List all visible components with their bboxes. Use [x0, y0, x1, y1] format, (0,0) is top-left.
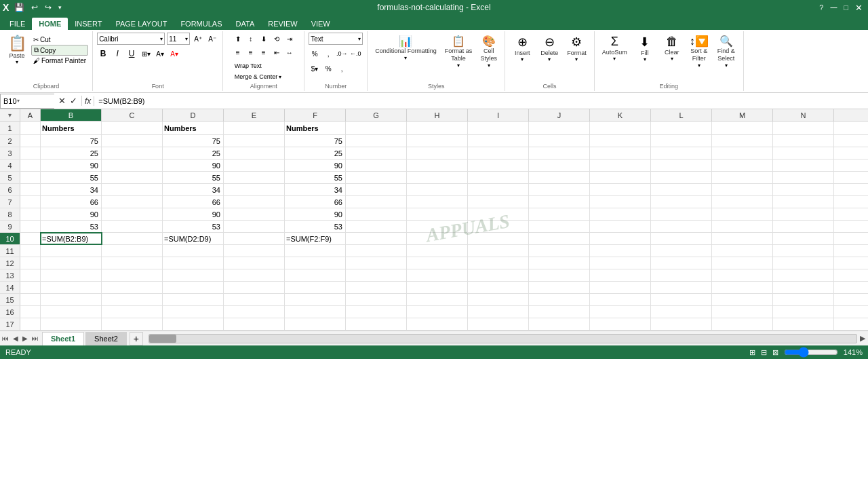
cell-F13[interactable] [285, 269, 346, 281]
cell-E16[interactable] [224, 306, 285, 318]
row-number-6[interactable]: 6 [0, 184, 20, 195]
cell-F8[interactable]: 90 [285, 208, 346, 220]
font-size-dropdown[interactable]: 11 ▾ [167, 33, 190, 45]
row-number-1[interactable]: 1 [0, 121, 20, 134]
cell-L11[interactable] [651, 245, 712, 257]
cell-H14[interactable] [407, 282, 468, 293]
cell-M14[interactable] [712, 282, 773, 293]
tab-sheet1[interactable]: Sheet1 [42, 332, 84, 345]
cell-E11[interactable] [224, 245, 285, 257]
cell-D5[interactable]: 55 [163, 172, 224, 183]
cell-J1[interactable] [529, 121, 590, 134]
cell-G11[interactable] [346, 245, 407, 257]
cell-N4[interactable] [773, 159, 834, 171]
cell-I3[interactable] [468, 147, 529, 159]
cell-M7[interactable] [712, 196, 773, 208]
scroll-right-btn[interactable]: ▶ [857, 334, 868, 343]
cell-K5[interactable] [590, 172, 651, 183]
cell-D3[interactable]: 25 [163, 147, 224, 159]
cell-C3[interactable] [102, 147, 163, 159]
cell-C12[interactable] [102, 257, 163, 269]
cell-N11[interactable] [773, 245, 834, 257]
page-layout-view-btn[interactable]: ⊟ [761, 348, 767, 357]
cell-G14[interactable] [346, 282, 407, 293]
cell-J16[interactable] [529, 306, 590, 318]
cell-L5[interactable] [651, 172, 712, 183]
col-header-g[interactable]: G [346, 109, 407, 121]
cell-H4[interactable] [407, 159, 468, 171]
cell-L14[interactable] [651, 282, 712, 293]
cell-M13[interactable] [712, 269, 773, 281]
paste-button[interactable]: 📋 Paste ▾ [4, 33, 30, 67]
cell-D17[interactable] [163, 318, 224, 330]
cell-I7[interactable] [468, 196, 529, 208]
cell-H3[interactable] [407, 147, 468, 159]
cell-F7[interactable]: 66 [285, 196, 346, 208]
cell-L7[interactable] [651, 196, 712, 208]
cell-L2[interactable] [651, 135, 712, 147]
cell-H8[interactable] [407, 208, 468, 220]
confirm-formula-btn[interactable]: ✓ [68, 96, 79, 106]
cell-E10[interactable] [224, 233, 285, 244]
cell-K14[interactable] [590, 282, 651, 293]
orientation-btn[interactable]: ⟲ [271, 33, 283, 45]
cell-M9[interactable] [712, 221, 773, 232]
cell-A1[interactable] [20, 121, 41, 134]
align-bottom-btn[interactable]: ⬇ [258, 33, 270, 45]
cell-K7[interactable] [590, 196, 651, 208]
col-header-n[interactable]: N [773, 109, 834, 121]
cell-E1[interactable] [224, 121, 285, 134]
cell-J15[interactable] [529, 294, 590, 305]
cell-H2[interactable] [407, 135, 468, 147]
cell-B13[interactable] [41, 269, 102, 281]
cell-M8[interactable] [712, 208, 773, 220]
row-number-10[interactable]: 10 [0, 233, 20, 244]
cell-N16[interactable] [773, 306, 834, 318]
corner-cell[interactable]: ▾ [0, 109, 20, 121]
cell-K6[interactable] [590, 184, 651, 195]
page-break-view-btn[interactable]: ⊠ [772, 348, 778, 357]
cell-I11[interactable] [468, 245, 529, 257]
cell-B2[interactable]: 75 [41, 135, 102, 147]
cell-I13[interactable] [468, 269, 529, 281]
cell-E2[interactable] [224, 135, 285, 147]
align-center-btn[interactable]: ≡ [245, 46, 257, 58]
number-format-dropdown[interactable]: Text ▾ [309, 33, 363, 45]
cell-A7[interactable] [20, 196, 41, 208]
add-sheet-btn[interactable]: + [130, 332, 143, 345]
cell-M3[interactable] [712, 147, 773, 159]
cell-H1[interactable] [407, 121, 468, 134]
cell-N12[interactable] [773, 257, 834, 269]
row-number-13[interactable]: 13 [0, 269, 20, 281]
cell-I17[interactable] [468, 318, 529, 330]
cell-J17[interactable] [529, 318, 590, 330]
cell-B17[interactable] [41, 318, 102, 330]
cell-K10[interactable] [590, 233, 651, 244]
cell-C13[interactable] [102, 269, 163, 281]
cell-J6[interactable] [529, 184, 590, 195]
sheet-nav-prev[interactable]: ◀ [11, 335, 20, 342]
cell-D4[interactable]: 90 [163, 159, 224, 171]
cell-N6[interactable] [773, 184, 834, 195]
tab-formulas[interactable]: FORMULAS [174, 18, 229, 30]
cell-J2[interactable] [529, 135, 590, 147]
cell-J4[interactable] [529, 159, 590, 171]
cell-H17[interactable] [407, 318, 468, 330]
cell-C11[interactable] [102, 245, 163, 257]
col-header-h[interactable]: H [407, 109, 468, 121]
cell-A12[interactable] [20, 257, 41, 269]
insert-cells-btn[interactable]: ⊕ Insert ▾ [509, 33, 535, 64]
fill-btn[interactable]: ⬇ Fill ▾ [632, 33, 658, 64]
cell-A15[interactable] [20, 294, 41, 305]
cell-L1[interactable] [651, 121, 712, 134]
row-number-2[interactable]: 2 [0, 135, 20, 147]
cell-M5[interactable] [712, 172, 773, 183]
cell-L10[interactable] [651, 233, 712, 244]
increase-font-btn[interactable]: A⁺ [192, 33, 204, 45]
cell-N10[interactable] [773, 233, 834, 244]
cell-L15[interactable] [651, 294, 712, 305]
cell-B7[interactable]: 66 [41, 196, 102, 208]
col-header-c[interactable]: C [102, 109, 163, 121]
cell-K9[interactable] [590, 221, 651, 232]
cell-I14[interactable] [468, 282, 529, 293]
